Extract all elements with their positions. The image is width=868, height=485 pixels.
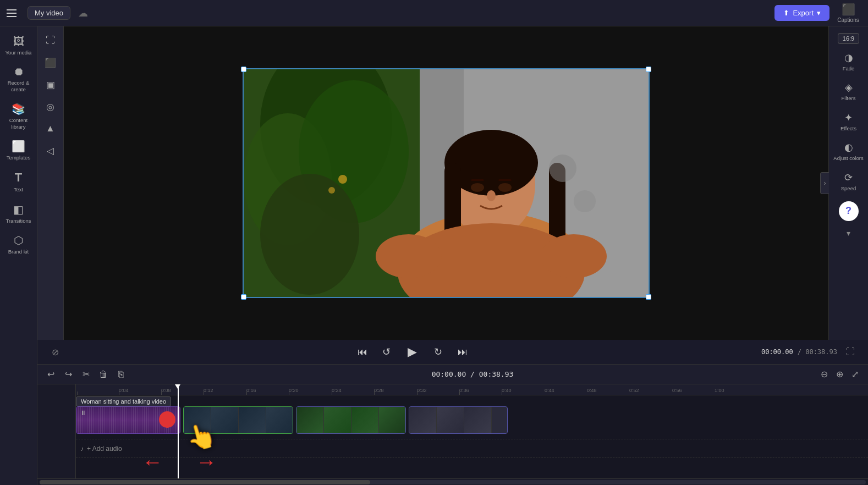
captions-button[interactable]: ⬛ Captions (835, 3, 861, 23)
your-media-icon: 🖼 (13, 35, 24, 48)
skip-to-end-button[interactable]: ⏭ (454, 343, 471, 361)
selection-handle-tr[interactable] (646, 67, 651, 72)
aspect-ratio-badge[interactable]: 16:9 (838, 33, 859, 44)
video-preview (243, 68, 650, 298)
mute-button[interactable]: ⊘ (46, 343, 64, 361)
delete-button[interactable]: 🗑 (97, 368, 110, 381)
chevron-down-icon: ▾ (817, 9, 821, 17)
sidebar-item-templates[interactable]: ⬜ Templates (2, 135, 35, 165)
clip-nature[interactable] (296, 406, 406, 434)
right-panel-collapse-button[interactable]: › (820, 172, 829, 194)
preview-container (64, 26, 828, 340)
skip-to-start-button[interactable]: ⏮ (354, 343, 371, 361)
video-track-row: Woman sitting and talking video ⏸ (76, 395, 868, 439)
timeline-playhead[interactable] (178, 384, 179, 478)
timeline-left-gutter (37, 384, 76, 478)
rewind-button[interactable]: ↺ (378, 343, 395, 361)
clip-thumb-4 (266, 407, 293, 433)
sidebar-item-your-media[interactable]: 🖼 Your media (2, 31, 35, 60)
clip-city-thumb-3 (464, 407, 492, 433)
sidebar-item-text[interactable]: T Text (2, 166, 35, 197)
clip-thumbnails (184, 407, 293, 433)
svg-rect-18 (498, 179, 512, 181)
svg-point-8 (328, 187, 335, 194)
menu-button[interactable] (7, 5, 22, 21)
right-panel-effects[interactable]: ✦ Effects (831, 107, 866, 136)
topbar: My video ☁ ⬆ Export ▾ ⬛ Captions (0, 0, 868, 26)
selection-handle-bl[interactable] (241, 294, 246, 300)
selection-handle-tl[interactable] (241, 67, 246, 72)
clip-thumb-1 (184, 407, 211, 433)
audio-tool-button[interactable]: ◎ (41, 97, 61, 117)
record-icon: ⏺ (13, 65, 24, 78)
ruler-mark-56: 0:56 (672, 388, 682, 393)
captions-icon: ⬛ (842, 3, 855, 16)
clip-aerial[interactable] (183, 406, 293, 434)
sidebar-item-record-create[interactable]: ⏺ Record & create (2, 61, 35, 97)
play-button[interactable]: ▶ (402, 341, 423, 362)
selection-handle-br[interactable] (646, 294, 651, 300)
clip-recording[interactable]: ⏸ (76, 406, 180, 434)
fullscreen-tool-button[interactable]: ⛶ (41, 31, 61, 51)
effects-icon: ✦ (844, 112, 853, 124)
sidebar-item-transitions[interactable]: ◧ Transitions (2, 199, 35, 228)
sidebar-item-content-library[interactable]: 📚 Content library (2, 98, 35, 134)
time-display: 00:00.00 (761, 348, 793, 356)
clip-thumb-2 (211, 407, 239, 433)
export-button[interactable]: ⬆ Export ▾ (774, 5, 829, 21)
right-panel-filters[interactable]: ◈ Filters (831, 77, 866, 106)
fullscreen-button[interactable]: ⛶ (842, 343, 859, 361)
right-panel-speed[interactable]: ⟳ Speed (831, 167, 866, 196)
add-audio-row[interactable]: ♪ + Add audio (76, 439, 868, 458)
left-sidebar: 🖼 Your media ⏺ Record & create 📚 Content… (0, 26, 37, 485)
fast-forward-button[interactable]: ↻ (430, 343, 447, 361)
draw-tool-button[interactable]: ◁ (41, 141, 61, 161)
cut-button[interactable]: ✂ (79, 368, 92, 381)
brand-kit-icon: ⬡ (14, 234, 23, 247)
svg-point-24 (574, 190, 596, 212)
picture-in-picture-button[interactable]: ▣ (41, 75, 61, 95)
right-panel-fade[interactable]: ◑ Fade (831, 47, 866, 76)
svg-point-7 (338, 175, 347, 184)
text-tool-button[interactable]: ▲ (41, 119, 61, 139)
svg-point-21 (376, 234, 442, 278)
zoom-in-button[interactable]: ⊕ (833, 368, 846, 381)
video-title[interactable]: My video (28, 6, 70, 20)
more-options-icon[interactable]: ▾ (847, 229, 850, 238)
ruler-mark-12: 0:12 (204, 388, 213, 393)
recording-indicator (159, 411, 175, 428)
duplicate-button[interactable]: ⎘ (114, 368, 128, 381)
clip-tooltip: Woman sitting and talking video (76, 396, 171, 406)
content-library-icon: 📚 (12, 102, 25, 115)
right-panel-adjust-colors[interactable]: ◐ Adjust colors (831, 137, 866, 166)
music-icon: ♪ (80, 445, 84, 453)
ruler-mark-4: 0:04 (119, 388, 129, 393)
main-area: 🖼 Your media ⏺ Record & create 📚 Content… (0, 26, 868, 485)
clip-nature-thumbs (296, 407, 405, 433)
svg-point-19 (487, 190, 496, 201)
transitions-icon: ◧ (13, 203, 24, 216)
scrollbar-thumb[interactable] (40, 480, 370, 484)
add-audio-label: + Add audio (87, 445, 122, 453)
svg-rect-17 (471, 179, 484, 181)
zoom-out-button[interactable]: ⊖ (817, 368, 831, 381)
crop-tool-button[interactable]: ⬛ (41, 53, 61, 73)
filters-icon: ◈ (845, 81, 853, 93)
svg-point-6 (260, 174, 359, 295)
undo-button[interactable]: ↩ (44, 368, 57, 381)
ruler-mark-40: 0:40 (502, 388, 512, 393)
adjust-colors-icon: ◐ (844, 141, 853, 153)
scrollbar-track[interactable] (40, 480, 866, 484)
fit-timeline-button[interactable]: ⤢ (848, 368, 861, 381)
clip-city-thumb-1 (409, 407, 437, 433)
timeline-toolbar: ↩ ↪ ✂ 🗑 ⎘ 00:00.00 / 00:38.93 ⊖ ⊕ ⤢ (37, 365, 868, 384)
redo-button[interactable]: ↪ (62, 368, 75, 381)
ruler-mark-32: 0:32 (417, 388, 427, 393)
zoom-controls: ⊖ ⊕ ⤢ (817, 368, 861, 381)
sidebar-item-brand-kit[interactable]: ⬡ Brand kit (2, 229, 35, 259)
help-button[interactable]: ? (839, 201, 859, 221)
timeline-scrollbar[interactable] (37, 478, 868, 485)
playback-controls: ⊘ ⏮ ↺ ▶ ↻ ⏭ 00:00.00 / 00:38.93 ⛶ (37, 340, 868, 364)
clip-city[interactable] (409, 406, 508, 434)
ruler-mark-28: 0:28 (374, 388, 384, 393)
